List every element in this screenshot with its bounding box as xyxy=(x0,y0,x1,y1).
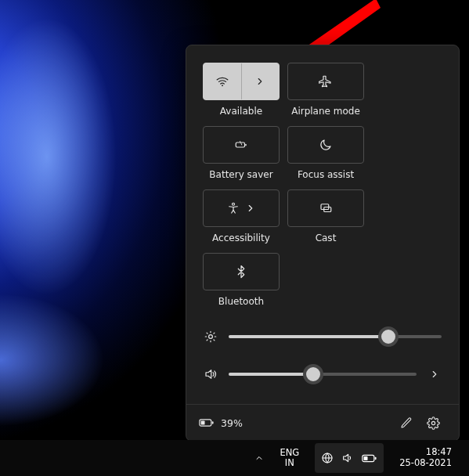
battery-percent: 39% xyxy=(221,417,243,429)
brightness-row xyxy=(204,318,442,355)
volume-row xyxy=(204,355,442,393)
airplane-icon xyxy=(319,74,333,88)
bluetooth-icon xyxy=(234,265,248,279)
clock-time: 18:47 xyxy=(399,447,452,458)
volume-icon xyxy=(341,452,354,464)
cast-tile[interactable] xyxy=(287,189,364,227)
system-icons-button[interactable] xyxy=(310,442,388,474)
language-button[interactable]: ENG IN xyxy=(272,442,307,474)
chevron-right-icon xyxy=(254,76,265,87)
clock-button[interactable]: 18:47 25-08-2021 xyxy=(391,442,460,474)
svg-point-8 xyxy=(209,335,213,339)
cast-icon xyxy=(319,201,333,215)
settings-button[interactable] xyxy=(420,409,446,436)
svg-rect-16 xyxy=(364,456,368,460)
svg-point-12 xyxy=(431,421,435,424)
wifi-label: Available xyxy=(220,106,262,117)
clock-date: 25-08-2021 xyxy=(399,458,452,469)
volume-expand-button[interactable] xyxy=(428,367,442,381)
system-tray: ENG IN 18:47 25-08-2021 xyxy=(250,442,460,474)
svg-rect-15 xyxy=(375,456,377,459)
wifi-icon xyxy=(215,74,229,88)
svg-rect-11 xyxy=(201,421,205,425)
panel-footer: 39% xyxy=(186,404,459,441)
chevron-up-icon xyxy=(254,453,264,463)
battery-icon xyxy=(199,417,215,428)
edit-button[interactable] xyxy=(393,409,420,436)
bluetooth-tile[interactable] xyxy=(203,253,280,290)
wifi-tile[interactable] xyxy=(203,63,280,100)
svg-rect-4 xyxy=(245,144,247,146)
svg-rect-10 xyxy=(212,421,214,424)
accessibility-label: Accessibility xyxy=(212,233,270,243)
battery-icon xyxy=(362,453,377,463)
svg-point-5 xyxy=(233,203,235,205)
cast-label: Cast xyxy=(316,233,337,243)
airplane-mode-tile[interactable] xyxy=(287,63,364,100)
brightness-slider[interactable] xyxy=(229,335,442,338)
accessibility-icon xyxy=(226,201,240,215)
volume-icon xyxy=(204,367,218,381)
pencil-icon xyxy=(400,416,413,429)
sliders-area xyxy=(186,310,459,404)
moon-icon xyxy=(319,138,333,152)
volume-slider[interactable] xyxy=(229,373,417,376)
gear-icon xyxy=(427,416,440,430)
focus-assist-tile[interactable] xyxy=(287,126,364,164)
svg-rect-3 xyxy=(236,142,244,147)
battery-status[interactable]: 39% xyxy=(199,417,243,429)
battery-saver-icon xyxy=(234,138,248,152)
tray-overflow-button[interactable] xyxy=(250,442,269,474)
brightness-icon xyxy=(204,330,218,344)
quick-settings-panel: Available Airplane mode Battery saver Fo… xyxy=(186,45,460,442)
svg-point-2 xyxy=(222,85,223,86)
lang-region: IN xyxy=(280,458,299,468)
quick-settings-grid: Available Airplane mode Battery saver Fo… xyxy=(186,45,459,310)
focus-assist-label: Focus assist xyxy=(298,169,354,180)
battery-saver-tile[interactable] xyxy=(203,126,280,164)
network-icon xyxy=(321,452,334,464)
taskbar: ENG IN 18:47 25-08-2021 xyxy=(0,440,469,476)
battery-saver-label: Battery saver xyxy=(209,169,272,180)
chevron-right-icon xyxy=(429,369,440,380)
airplane-label: Airplane mode xyxy=(291,106,360,117)
bluetooth-label: Bluetooth xyxy=(218,296,264,307)
wifi-toggle[interactable] xyxy=(204,63,242,99)
accessibility-tile[interactable] xyxy=(203,189,280,227)
wifi-expand[interactable] xyxy=(242,63,280,99)
chevron-right-icon xyxy=(245,203,256,214)
